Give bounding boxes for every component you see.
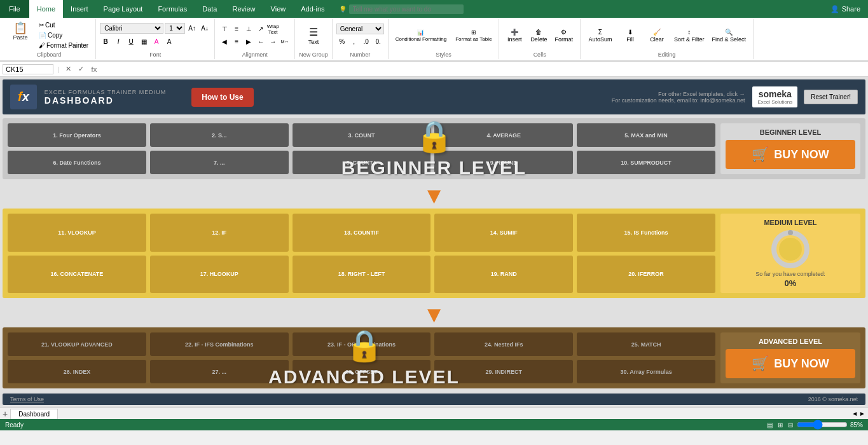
advanced-btn-30[interactable]: 30. Array Formulas <box>577 360 715 383</box>
decrease-font-button[interactable]: A↓ <box>199 23 210 34</box>
cancel-formula-button[interactable]: ✕ <box>63 64 74 75</box>
decrease-decimal-button[interactable]: 0. <box>373 36 384 47</box>
sheet-tab-dashboard[interactable]: Dashboard <box>10 409 58 419</box>
confirm-formula-button[interactable]: ✓ <box>76 64 87 75</box>
font-color-button[interactable]: A <box>163 36 175 48</box>
medium-btn-17[interactable]: 17. HLOOKUP <box>150 256 289 294</box>
number-format-select[interactable]: General <box>336 24 384 34</box>
increase-decimal-button[interactable]: .0 <box>361 36 372 47</box>
bold-button[interactable]: B <box>100 36 111 48</box>
font-size-select[interactable]: 11 <box>165 23 185 34</box>
beginner-btn-4[interactable]: 4. AVERAGE <box>434 123 573 147</box>
tab-insert[interactable]: Insert <box>63 0 96 18</box>
beginner-btn-5[interactable]: 5. MAX and MIN <box>577 123 715 147</box>
name-box[interactable] <box>3 64 53 74</box>
find-select-button[interactable]: 🔍 Find & Select <box>708 27 749 44</box>
page-break-view-button[interactable]: ⊟ <box>787 421 794 428</box>
conditional-formatting-button[interactable]: 📊 Conditional Formatting <box>392 27 450 44</box>
indent-decrease-button[interactable]: ← <box>255 36 266 48</box>
format-painter-button[interactable]: 🖌 Format Painter <box>36 41 92 50</box>
align-middle-button[interactable]: ≡ <box>231 24 242 35</box>
clear-button[interactable]: 🧹 Clear <box>644 27 670 44</box>
advanced-btn-22[interactable]: 22. IF - IFS Combinations <box>150 332 289 356</box>
beginner-btn-6[interactable]: 6. Date Functions <box>8 151 146 174</box>
advanced-btn-25[interactable]: 25. MATCH <box>577 332 715 356</box>
tab-data[interactable]: Data <box>195 0 224 18</box>
advanced-btn-21[interactable]: 21. VLOOKUP ADVANCED <box>8 332 146 356</box>
tab-formulas[interactable]: Formulas <box>150 0 195 18</box>
format-button[interactable]: ⚙ Format <box>551 27 576 44</box>
comma-button[interactable]: , <box>348 36 360 47</box>
tab-file[interactable]: File <box>0 0 29 18</box>
cut-button[interactable]: ✂ Cut <box>36 20 92 30</box>
align-left-button[interactable]: ◀ <box>219 36 230 48</box>
reset-trainer-button[interactable]: Reset Trainer! <box>804 90 858 104</box>
beginner-btn-10[interactable]: 10. SUMPRODUCT <box>577 151 715 174</box>
align-top-button[interactable]: ⊤ <box>219 24 230 35</box>
terms-of-use-link[interactable]: Terms of Use <box>10 396 44 402</box>
tab-addins[interactable]: Add-ins <box>293 0 332 18</box>
medium-btn-12[interactable]: 12. IF <box>150 214 289 252</box>
fill-button[interactable]: ⬇ Fill <box>617 27 643 44</box>
increase-font-button[interactable]: A↑ <box>186 23 198 34</box>
medium-btn-11[interactable]: 11. VLOOKUP <box>8 214 146 252</box>
beginner-btn-3[interactable]: 3. COUNT <box>293 123 431 147</box>
align-center-button[interactable]: ≡ <box>231 36 242 48</box>
beginner-btn-9[interactable]: 9. ROUND <box>434 151 573 174</box>
medium-btn-13[interactable]: 13. COUNTIF <box>293 214 431 252</box>
insert-button[interactable]: ➕ Insert <box>503 27 526 44</box>
advanced-buy-now-button[interactable]: 🛒 BUY NOW <box>726 349 855 378</box>
underline-button[interactable]: U <box>125 36 137 48</box>
scroll-left-button[interactable]: ◄ <box>851 410 858 417</box>
medium-btn-15[interactable]: 15. IS Functions <box>577 214 715 252</box>
medium-btn-16[interactable]: 16. CONCATENATE <box>8 256 146 294</box>
tab-view[interactable]: View <box>263 0 294 18</box>
advanced-btn-28[interactable]: 28. OFFSET <box>293 360 431 383</box>
advanced-btn-24[interactable]: 24. Nested IFs <box>434 332 573 356</box>
normal-view-button[interactable]: ▤ <box>766 421 774 428</box>
sort-filter-button[interactable]: ↕ Sort & Filter <box>671 27 708 44</box>
delete-button[interactable]: 🗑 Delete <box>527 27 550 44</box>
text-orient-button[interactable]: ↗ <box>255 24 266 35</box>
medium-btn-19[interactable]: 19. RAND <box>434 256 573 294</box>
tell-me-input[interactable] <box>349 4 464 14</box>
tab-page-layout[interactable]: Page Layout <box>96 0 151 18</box>
font-family-select[interactable]: Calibri <box>100 23 163 34</box>
beginner-buy-now-button[interactable]: 🛒 BUY NOW <box>726 140 855 169</box>
insert-function-button[interactable]: fx <box>88 64 100 75</box>
advanced-btn-29[interactable]: 29. INDIRECT <box>434 360 573 383</box>
fill-color-button[interactable]: A <box>151 36 162 48</box>
justify-button[interactable]: ☰ Text <box>302 24 325 47</box>
beginner-btn-2[interactable]: 2. S... <box>150 123 289 147</box>
zoom-slider[interactable] <box>797 420 848 430</box>
advanced-btn-27[interactable]: 27. ... <box>150 360 289 383</box>
italic-button[interactable]: I <box>113 36 124 48</box>
add-sheet-button[interactable]: + <box>0 409 10 419</box>
tab-review[interactable]: Review <box>224 0 263 18</box>
how-to-use-button[interactable]: How to Use <box>191 88 253 107</box>
medium-btn-18[interactable]: 18. RIGHT - LEFT <box>293 256 431 294</box>
formula-input[interactable] <box>102 65 865 74</box>
copy-button[interactable]: 📄 Copy <box>36 31 92 40</box>
share-button[interactable]: 👤 Share <box>823 3 868 16</box>
advanced-btn-23[interactable]: 23. IF - OR Combinations <box>293 332 431 356</box>
advanced-btn-26[interactable]: 26. INDEX <box>8 360 146 383</box>
align-bottom-button[interactable]: ⊥ <box>243 24 254 35</box>
beginner-btn-8[interactable]: 8. COUNTA <box>293 151 431 174</box>
align-right-button[interactable]: ▶ <box>243 36 254 48</box>
beginner-btn-7[interactable]: 7. ... <box>150 151 289 174</box>
beginner-btn-1[interactable]: 1. Four Operators <box>8 123 146 147</box>
indent-increase-button[interactable]: → <box>267 36 279 48</box>
autosum-button[interactable]: Σ AutoSum <box>584 27 616 44</box>
percent-button[interactable]: % <box>336 36 348 47</box>
wrap-text-button[interactable]: Wrap Text <box>267 24 279 35</box>
medium-btn-20[interactable]: 20. IFERROR <box>577 256 715 294</box>
scroll-right-button[interactable]: ► <box>859 410 865 417</box>
medium-btn-14[interactable]: 14. SUMIF <box>434 214 573 252</box>
border-button[interactable]: ▦ <box>138 36 149 48</box>
tab-home[interactable]: Home <box>29 0 63 18</box>
format-as-table-button[interactable]: ⊞ Format as Table <box>452 27 495 44</box>
paste-button[interactable]: 📋 Paste <box>6 20 34 50</box>
merge-center-button[interactable]: M↔ <box>279 36 291 48</box>
page-layout-view-button[interactable]: ⊞ <box>776 421 784 428</box>
